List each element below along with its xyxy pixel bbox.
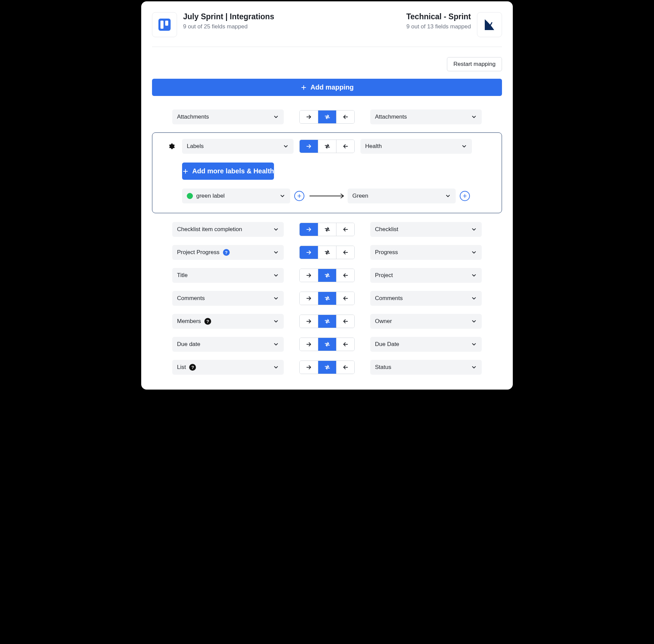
left-field-select[interactable]: Members? [172, 314, 284, 329]
mapping-row: Project Progress?Progress [152, 245, 502, 260]
chevron-down-icon [471, 341, 477, 347]
right-field-select[interactable]: Progress [370, 245, 482, 260]
field-label: Health [365, 143, 382, 150]
right-field-select[interactable]: Project [370, 268, 482, 283]
field-label: Checklist item completion [177, 226, 242, 233]
svg-rect-2 [165, 21, 168, 26]
expanded-mapping-card: Labels Health [152, 133, 502, 213]
add-more-labels-button[interactable]: Add more labels & Health [182, 162, 274, 180]
direction-both-button[interactable] [318, 269, 336, 282]
label-name: Green [352, 192, 368, 199]
direction-right-button[interactable] [300, 140, 318, 153]
direction-left-button[interactable] [336, 111, 354, 123]
direction-left-button[interactable] [336, 338, 354, 351]
field-label: Status [375, 364, 391, 371]
chevron-down-icon [273, 341, 279, 347]
left-field-select[interactable]: Due date [172, 337, 284, 352]
restart-mapping-button[interactable]: Restart mapping [447, 57, 502, 71]
mapping-list: Attachments Attachments [152, 110, 502, 375]
field-label: Project [375, 272, 393, 279]
chevron-down-icon [273, 318, 279, 324]
right-field-select[interactable]: Comments [370, 291, 482, 306]
chevron-down-icon [273, 272, 279, 278]
field-label: Attachments [375, 114, 407, 120]
add-right-value-button[interactable] [460, 191, 470, 201]
direction-right-button[interactable] [300, 292, 318, 305]
chevron-down-icon [471, 249, 477, 255]
direction-both-button[interactable] [318, 140, 336, 153]
left-field-select[interactable]: Title [172, 268, 284, 283]
right-field-select[interactable]: Owner [370, 314, 482, 329]
direction-right-button[interactable] [300, 223, 318, 236]
direction-left-button[interactable] [336, 246, 354, 259]
add-mapping-button[interactable]: Add mapping [152, 79, 502, 96]
direction-both-button[interactable] [318, 223, 336, 236]
left-field-select[interactable]: Attachments [172, 110, 284, 124]
mapping-row: Attachments Attachments [152, 110, 502, 124]
label-mapping-row: green label Green [182, 188, 472, 203]
direction-left-button[interactable] [336, 269, 354, 282]
left-field-select[interactable]: Checklist item completion [172, 222, 284, 237]
mapping-row: CommentsComments [152, 291, 502, 306]
mapping-row: Members?Owner [152, 314, 502, 329]
direction-toggle [284, 315, 370, 328]
direction-both-button[interactable] [318, 315, 336, 328]
direction-toggle [284, 338, 370, 351]
mapping-row: List?Status [152, 360, 502, 375]
direction-left-button[interactable] [336, 315, 354, 328]
chevron-down-icon [273, 295, 279, 301]
direction-left-button[interactable] [336, 140, 354, 153]
label-right-select[interactable]: Green [348, 188, 456, 203]
right-field-select[interactable]: Status [370, 360, 482, 375]
left-field-select[interactable]: Labels [182, 139, 294, 154]
direction-both-button[interactable] [318, 246, 336, 259]
field-label: Members [177, 318, 201, 325]
direction-toggle [284, 110, 370, 124]
left-field-select[interactable]: Comments [172, 291, 284, 306]
add-mapping-label: Add mapping [310, 84, 354, 91]
mapping-row: TitleProject [152, 268, 502, 283]
gear-icon[interactable] [168, 143, 175, 150]
direction-right-button[interactable] [300, 269, 318, 282]
right-field-select[interactable]: Health [360, 139, 472, 154]
field-label: Owner [375, 318, 392, 325]
left-field-select[interactable]: List? [172, 360, 284, 375]
direction-right-button[interactable] [300, 246, 318, 259]
direction-right-button[interactable] [300, 338, 318, 351]
chevron-down-icon [471, 114, 477, 120]
direction-left-button[interactable] [336, 292, 354, 305]
header: July Sprint | Integrations 9 out of 25 f… [152, 12, 502, 47]
direction-left-button[interactable] [336, 361, 354, 374]
field-label: Comments [177, 295, 205, 302]
direction-toggle [284, 361, 370, 374]
mapping-window: July Sprint | Integrations 9 out of 25 f… [141, 1, 513, 390]
help-icon[interactable]: ? [204, 318, 211, 325]
help-icon[interactable]: ? [223, 249, 230, 256]
direction-both-button[interactable] [318, 338, 336, 351]
field-label: Labels [187, 143, 204, 150]
direction-both-button[interactable] [318, 292, 336, 305]
direction-toggle [284, 223, 370, 236]
help-icon[interactable]: ? [189, 364, 196, 371]
field-label: Attachments [177, 114, 209, 120]
direction-right-button[interactable] [300, 315, 318, 328]
color-dot-green [187, 193, 193, 199]
right-source-subtitle: 9 out of 13 fields mapped [406, 23, 471, 30]
direction-both-button[interactable] [318, 361, 336, 374]
field-label: Checklist [375, 226, 398, 233]
right-field-select[interactable]: Checklist [370, 222, 482, 237]
right-field-select[interactable]: Attachments [370, 110, 482, 124]
direction-both-button[interactable] [318, 111, 336, 123]
left-field-select[interactable]: Project Progress? [172, 245, 284, 260]
label-name: green label [196, 192, 225, 199]
left-source-subtitle: 9 out of 25 fields mapped [183, 23, 274, 30]
direction-right-button[interactable] [300, 111, 318, 123]
toolbar: Restart mapping [152, 57, 502, 71]
label-left-select[interactable]: green label [182, 188, 290, 203]
add-left-value-button[interactable] [294, 191, 304, 201]
direction-right-button[interactable] [300, 361, 318, 374]
field-label: Due date [177, 341, 200, 348]
right-field-select[interactable]: Due Date [370, 337, 482, 352]
direction-left-button[interactable] [336, 223, 354, 236]
mapping-row: Due dateDue Date [152, 337, 502, 352]
